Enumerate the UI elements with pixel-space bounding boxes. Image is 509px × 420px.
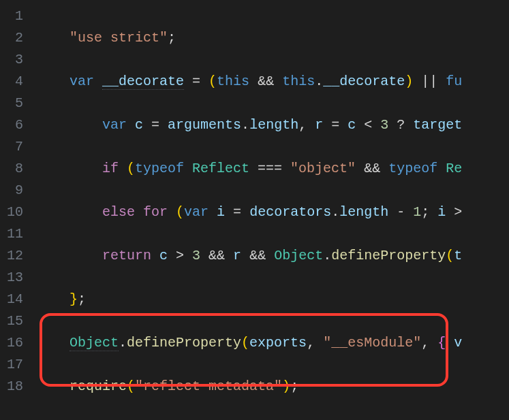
line-number: 14 <box>7 289 23 310</box>
line-number: 10 <box>7 201 23 223</box>
code-line[interactable]: Object.defineProperty(exports, "__esModu… <box>37 332 509 354</box>
code-line[interactable]: return c > 3 && r && Object.defineProper… <box>37 245 509 267</box>
line-number: 8 <box>7 158 23 180</box>
line-number: 1 <box>7 5 23 27</box>
line-number: 15 <box>7 310 23 332</box>
code-line[interactable]: }; <box>37 289 509 310</box>
line-number: 4 <box>7 71 23 93</box>
code-line[interactable]: "use strict"; <box>37 27 509 49</box>
line-number: 18 <box>7 376 23 398</box>
line-number: 11 <box>7 223 23 245</box>
code-line[interactable]: if (typeof Reflect === "object" && typeo… <box>37 158 509 180</box>
line-number: 12 <box>7 245 23 267</box>
line-number: 3 <box>7 49 23 71</box>
line-number: 2 <box>7 27 23 49</box>
code-line[interactable]: var __decorate = (this && this.__decorat… <box>37 71 509 93</box>
code-line[interactable]: require("reflect-metadata"); <box>37 376 509 398</box>
line-number: 6 <box>7 114 23 136</box>
line-number: 9 <box>7 180 23 201</box>
code-line[interactable]: var c = arguments.length, r = c < 3 ? ta… <box>37 114 509 136</box>
line-number: 16 <box>7 332 23 354</box>
line-number: 17 <box>7 354 23 376</box>
line-number: 5 <box>7 93 23 114</box>
code-line[interactable]: else for (var i = decorators.length - 1;… <box>37 201 509 223</box>
code-area[interactable]: "use strict"; var __decorate = (this && … <box>33 0 509 420</box>
code-editor[interactable]: 1 2 3 4 5 6 7 8 9 10 11 12 13 14 15 16 1… <box>0 0 509 420</box>
line-number: 13 <box>7 267 23 289</box>
line-number-gutter: 1 2 3 4 5 6 7 8 9 10 11 12 13 14 15 16 1… <box>0 0 33 420</box>
line-number: 7 <box>7 136 23 158</box>
